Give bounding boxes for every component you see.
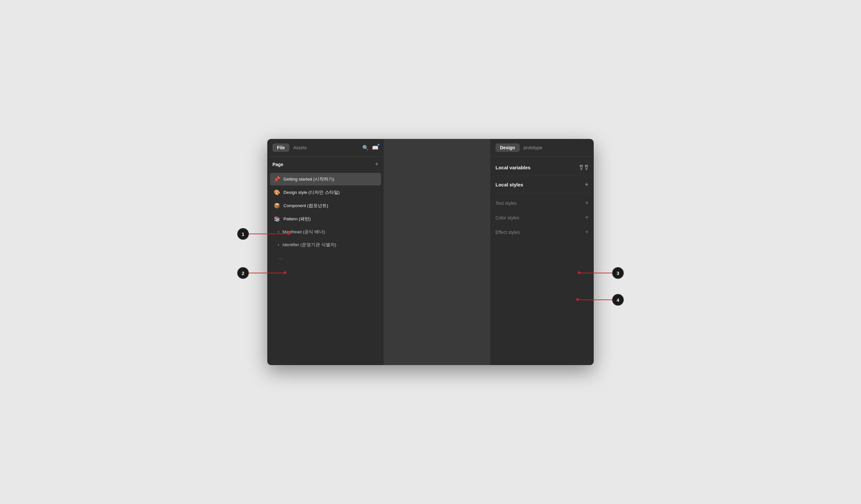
local-variables-title: Local variables — [495, 165, 530, 170]
left-panel: File Assets 🔍 📖 Page + — [267, 139, 384, 365]
page-item-design-style[interactable]: 🎨 Design style (디자인 스타일) — [270, 186, 381, 199]
annotation-line-2 — [249, 273, 284, 273]
local-styles-title: Local styles — [495, 182, 523, 187]
text-styles-label: Text styles — [495, 201, 517, 206]
text-styles-row: Text styles + — [495, 196, 589, 210]
add-effect-style-button[interactable]: + — [585, 229, 589, 236]
effect-styles-row: Effect styles + — [495, 225, 589, 239]
page-emoji-design-style: 🎨 — [274, 189, 280, 195]
add-page-button[interactable]: + — [375, 161, 379, 168]
annotation-line-3 — [580, 273, 612, 273]
page-name-component: Component (컴포넌트) — [284, 203, 328, 209]
page-header: Page + — [267, 157, 384, 171]
right-panel: Design prototype Local variables ⚧ ⚧ Loc… — [490, 139, 594, 365]
annotation-1: 1 — [237, 228, 249, 240]
design-tab[interactable]: Design — [495, 143, 520, 152]
page-section-title: Page — [272, 162, 283, 167]
local-variables-row: Local variables ⚧ ⚧ — [495, 162, 589, 173]
main-container: File Assets 🔍 📖 Page + — [267, 139, 594, 365]
add-local-style-button[interactable]: + — [585, 181, 589, 188]
annotation-3: 3 — [612, 267, 624, 279]
right-divider-2 — [495, 193, 589, 193]
prototype-tab[interactable]: prototype — [523, 145, 542, 150]
book-icon[interactable]: 📖 — [372, 145, 379, 151]
local-styles-row: Local styles + — [495, 179, 589, 190]
right-panel-header: Design prototype — [490, 139, 594, 157]
file-tab[interactable]: File — [272, 143, 289, 152]
more-pages-dots: ... — [279, 255, 283, 260]
annotation-4: 4 — [612, 294, 624, 306]
annotation-line-1 — [249, 234, 288, 234]
page-list: 📌 Getting started (시작하기) 🎨 Design style … — [267, 171, 384, 265]
sub-page-more[interactable]: ... — [270, 252, 381, 263]
header-icons: 🔍 📖 — [362, 145, 379, 151]
page-name-design-style: Design style (디자인 스타일) — [284, 190, 340, 195]
bullet-identifier: • — [278, 242, 279, 248]
page-item-component[interactable]: 📦 Component (컴포넌트) — [270, 199, 381, 212]
assets-tab[interactable]: Assets — [293, 145, 307, 150]
canvas-area — [384, 139, 490, 365]
search-icon[interactable]: 🔍 — [362, 145, 369, 151]
notification-badge — [378, 144, 380, 146]
color-styles-label: Color styles — [495, 215, 519, 220]
annotation-line-4 — [578, 299, 612, 300]
right-divider-1 — [495, 176, 589, 176]
page-emoji-component: 📦 — [274, 202, 280, 209]
sliders-icon[interactable]: ⚧ ⚧ — [579, 165, 589, 171]
page-item-pattern[interactable]: 📚 Pattern (패턴) — [270, 213, 381, 225]
annotation-dot-3 — [578, 271, 580, 274]
page-name-getting-started: Getting started (시작하기) — [284, 177, 334, 182]
color-styles-row: Color styles + — [495, 210, 589, 225]
page-emoji-pattern: 📚 — [274, 216, 280, 222]
annotation-dot-4 — [576, 298, 579, 301]
annotation-dot-1 — [288, 232, 290, 235]
annotation-2: 2 — [237, 267, 249, 279]
add-text-style-button[interactable]: + — [585, 200, 589, 207]
sub-page-masthead[interactable]: • Masthead (공식 배너) — [270, 226, 381, 238]
annotation-dot-2 — [284, 271, 286, 274]
left-panel-header: File Assets 🔍 📖 — [267, 139, 384, 157]
page-emoji-getting-started: 📌 — [274, 176, 280, 182]
page-item-getting-started[interactable]: 📌 Getting started (시작하기) — [270, 173, 381, 185]
effect-styles-label: Effect styles — [495, 230, 520, 235]
sub-page-identifier[interactable]: • Identifier (운영기관 식별자) — [270, 239, 381, 251]
page-name-pattern: Pattern (패턴) — [284, 216, 311, 222]
right-section: Local variables ⚧ ⚧ Local styles + Text … — [490, 157, 594, 244]
sub-name-identifier: Identifier (운영기관 식별자) — [283, 242, 336, 248]
add-color-style-button[interactable]: + — [585, 214, 589, 221]
